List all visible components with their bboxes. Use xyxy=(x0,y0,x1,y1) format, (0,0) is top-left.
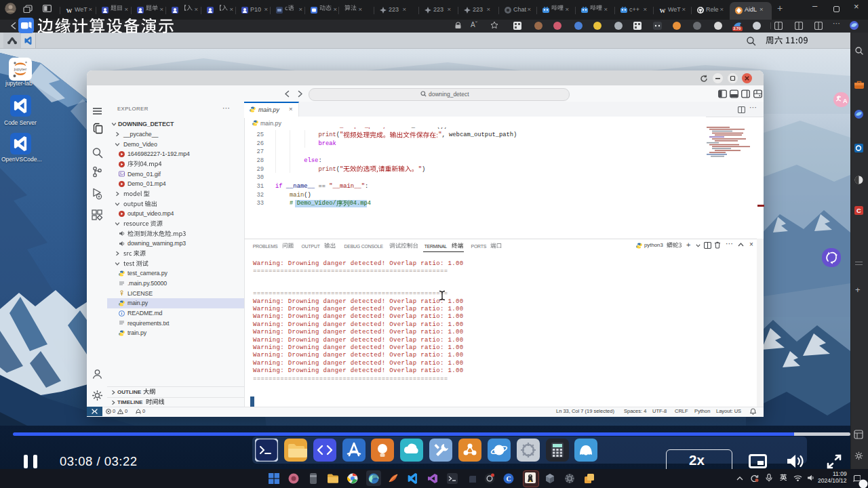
svg-text:A: A xyxy=(843,98,848,104)
svg-text:W: W xyxy=(660,7,666,14)
svg-text:W: W xyxy=(66,7,73,14)
svg-text:jupyter: jupyter xyxy=(14,66,27,71)
svg-text:C: C xyxy=(856,207,861,214)
svg-text:C: C xyxy=(506,475,511,483)
